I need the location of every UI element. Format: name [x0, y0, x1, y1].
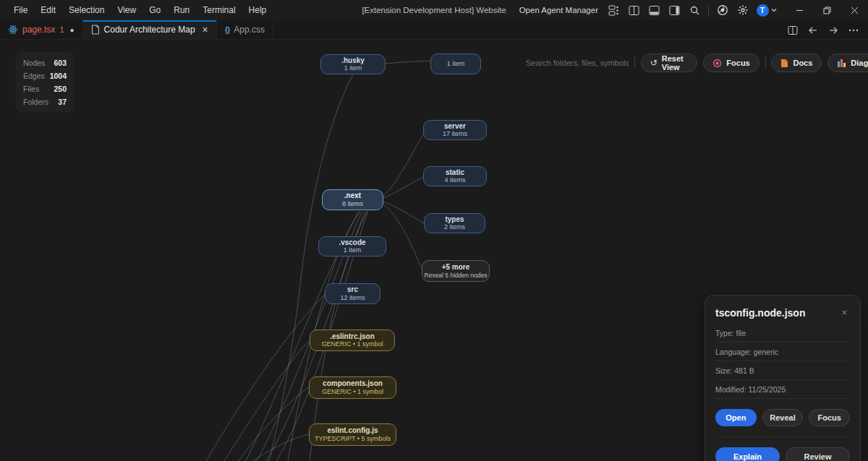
menu-run[interactable]: Run	[167, 0, 196, 20]
diagram-icon	[837, 59, 846, 67]
chevron-down-icon	[770, 7, 778, 14]
reset-icon: ↺	[650, 58, 658, 68]
detail-modified-row: Modified: 11/25/2025	[715, 380, 850, 399]
react-atom-icon	[8, 25, 18, 35]
search-icon[interactable]	[685, 2, 704, 18]
account-avatar[interactable]: T	[754, 2, 780, 18]
nav-back-icon[interactable]	[804, 22, 822, 38]
graph-node-server[interactable]: server17 items	[423, 120, 487, 140]
minimize-button[interactable]	[786, 0, 813, 20]
graph-node-next[interactable]: .next8 items	[322, 189, 383, 210]
titlebar-divider	[708, 5, 709, 15]
menu-go[interactable]: Go	[142, 0, 167, 20]
close-button[interactable]	[841, 0, 868, 20]
detail-panel-title: tsconfig.node.json	[715, 307, 805, 319]
reset-view-button[interactable]: ↺ Reset View	[641, 53, 698, 72]
restore-button[interactable]	[813, 0, 841, 20]
menu-edit[interactable]: Edit	[34, 0, 62, 20]
menu-file[interactable]: File	[7, 0, 34, 20]
more-actions-icon[interactable]	[845, 22, 862, 38]
menu-terminal[interactable]: Terminal	[196, 0, 242, 20]
tab-codur-architecture-map[interactable]: Codur Architecture Map ×	[83, 20, 217, 39]
tab-label: Codur Architecture Map	[104, 25, 195, 35]
graph-node-eslint-config-js[interactable]: eslint.config.jsTYPESCRIPT • 5 symbols	[309, 423, 396, 446]
focus-node-button[interactable]: Focus	[809, 409, 850, 426]
detail-size-row: Size: 481 B	[715, 361, 850, 380]
menu-view[interactable]: View	[111, 0, 142, 20]
diagram-button[interactable]: Diagram	[827, 53, 868, 72]
browser-icon[interactable]	[713, 2, 732, 18]
graph-stats-panel: Nodes603Edges1004Files250Folders37	[16, 52, 74, 113]
graph-node-eslintrc-json[interactable]: .eslintrc.jsonGENERIC • 1 symbol	[310, 329, 395, 351]
stat-folders: Folders37	[23, 98, 67, 106]
tab-app-css[interactable]: {} App.css	[217, 20, 273, 39]
gear-icon[interactable]	[733, 2, 752, 18]
explain-button[interactable]: Explain	[715, 447, 780, 461]
detail-language-row: Language: generic	[715, 342, 850, 361]
search-input[interactable]	[526, 59, 629, 67]
graph-node-static[interactable]: static4 items	[423, 166, 487, 186]
tab-page-tsx[interactable]: page.tsx 1 ●	[0, 20, 83, 39]
menu-bar: FileEditSelectionViewGoRunTerminalHelp	[0, 0, 273, 20]
tab-label: page.tsx	[22, 25, 55, 35]
graph-node-components-json[interactable]: components.jsonGENERIC • 1 symbol	[309, 376, 396, 399]
open-agent-manager-label[interactable]: Open Agent Manager	[519, 6, 598, 14]
stat-nodes: Nodes603	[23, 59, 67, 67]
menu-help[interactable]: Help	[242, 0, 273, 20]
panel-divider	[715, 436, 850, 437]
reveal-button[interactable]: Reveal	[762, 409, 804, 426]
graph-toolbar: ↺ Reset View Focus Docs Diagram	[526, 53, 868, 73]
panel-right-icon[interactable]	[665, 2, 684, 18]
open-button[interactable]: Open	[715, 409, 757, 426]
graph-node-more[interactable]: +5 moreReveal 5 hidden nodes	[422, 260, 490, 282]
tab-problem-badge: 1	[59, 25, 64, 34]
graph-node-husky[interactable]: .husky1 item	[320, 54, 386, 74]
panel-bottom-icon[interactable]	[644, 2, 663, 18]
title-bar: FileEditSelectionViewGoRunTerminalHelp […	[0, 0, 868, 20]
graph-node-unnamed[interactable]: 1 item	[430, 53, 481, 74]
docs-icon	[780, 59, 788, 68]
toolbar-divider	[765, 57, 766, 69]
review-button[interactable]: Review	[786, 447, 850, 461]
tab-bar: page.tsx 1 ● Codur Architecture Map × {}…	[0, 20, 868, 40]
docs-button[interactable]: Docs	[771, 53, 822, 72]
architecture-map-canvas[interactable]: .husky1 item1 itemserver17 itemsstatic4 …	[0, 40, 868, 461]
split-editor-icon[interactable]	[624, 2, 643, 18]
split-editor-icon[interactable]	[784, 22, 801, 38]
menu-selection[interactable]: Selection	[62, 0, 111, 20]
stat-files: Files250	[23, 85, 67, 93]
stat-edges: Edges1004	[23, 72, 67, 80]
node-detail-panel: tsconfig.node.json × Type: file Language…	[705, 295, 861, 461]
focus-button[interactable]: Focus	[703, 53, 759, 72]
tab-label: App.css	[234, 25, 265, 35]
toolbar-divider	[634, 57, 635, 69]
graph-node-types[interactable]: types2 items	[424, 213, 485, 233]
detail-type-row: Type: file	[715, 324, 850, 342]
focus-target-icon	[712, 59, 722, 68]
tab-close-icon[interactable]: ×	[203, 25, 208, 35]
graph-node-vscode[interactable]: .vscode1 item	[318, 236, 386, 257]
nav-forward-icon[interactable]	[825, 22, 842, 38]
graph-node-src[interactable]: src12 items	[325, 283, 380, 304]
file-icon	[91, 25, 100, 35]
customize-layout-icon[interactable]	[604, 2, 623, 18]
tab-modified-dot: ●	[70, 26, 75, 34]
braces-icon: {}	[225, 25, 230, 34]
detail-close-icon[interactable]: ×	[838, 306, 850, 319]
